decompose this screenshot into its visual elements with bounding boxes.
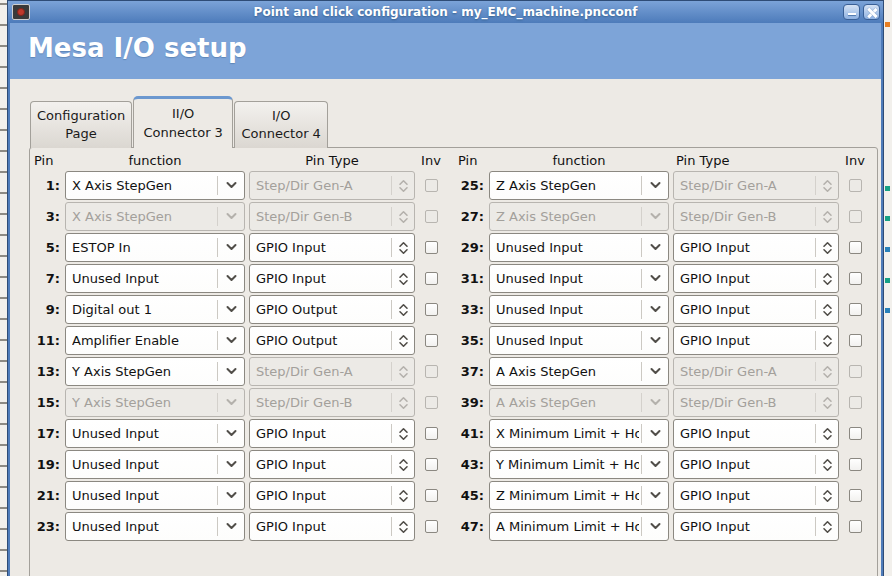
tab-io-connector-4[interactable]: I/O Connector 4 [234,101,328,148]
function-select[interactable]: Unused Input [489,264,669,293]
function-select[interactable]: ESTOP In [65,233,245,262]
pin-type-select[interactable]: GPIO Input [673,481,839,510]
pin-number-label: 39: [456,395,485,410]
pin-row: 9:Digital out 1GPIO Output [32,295,443,324]
pin-row: 37:A Axis StepGenStep/Dir Gen-A [456,357,867,386]
pin-type-select[interactable]: GPIO Input [673,326,839,355]
function-select[interactable]: Unused Input [489,326,669,355]
titlebar[interactable]: Point and click configuration - my_EMC_m… [8,1,883,23]
function-select[interactable]: Digital out 1 [65,295,245,324]
function-select[interactable]: Unused Input [65,450,245,479]
pin-type-select[interactable]: GPIO Input [673,450,839,479]
inv-checkbox[interactable] [849,303,862,316]
pin-type-value: GPIO Input [680,271,813,286]
function-select[interactable]: Y Minimum Limit + Hor [489,450,669,479]
spinner-up-down-icon [392,178,414,194]
pin-type-select[interactable]: GPIO Input [673,419,839,448]
pin-number-label: 45: [456,488,485,503]
pin-table-right: Pin function Pin Type Inv 25:Z Axis Step… [456,151,867,543]
inv-checkbox[interactable] [849,489,862,502]
pin-type-value: Step/Dir Gen-A [256,178,389,193]
tab-label-line: Page [37,125,125,143]
inv-checkbox[interactable] [425,241,438,254]
pin-type-select: Step/Dir Gen-A [249,357,415,386]
pin-table-left: Pin function Pin Type Inv 1:X Axis StepG… [32,151,443,543]
pin-type-select[interactable]: GPIO Input [673,233,839,262]
pin-type-select[interactable]: GPIO Output [249,295,415,324]
spinner-up-down-icon [816,333,838,349]
function-value: Unused Input [496,302,639,317]
function-select[interactable]: Z Axis StepGen [489,171,669,200]
pin-number-label: 5: [32,240,61,255]
pin-type-select[interactable]: GPIO Input [249,264,415,293]
pin-type-select[interactable]: GPIO Input [249,512,415,541]
pin-type-select[interactable]: GPIO Input [249,450,415,479]
pin-type-select[interactable]: GPIO Input [673,264,839,293]
tab-io-connector-3[interactable]: II/O Connector 3 [133,96,233,148]
spinner-up-down-icon [392,364,414,380]
function-select: A Axis StepGen [489,388,669,417]
spinner-up-down-icon [816,271,838,287]
pin-type-select[interactable]: GPIO Input [673,295,839,324]
function-select[interactable]: X Axis StepGen [65,171,245,200]
function-select[interactable]: Unused Input [65,264,245,293]
pin-type-column-header: Pin Type [673,153,839,168]
tab-configuration-page[interactable]: Configuration Page [30,101,132,148]
spinner-up-down-icon [816,302,838,318]
pin-type-value: GPIO Input [680,333,813,348]
function-select[interactable]: Y Axis StepGen [65,357,245,386]
spinner-up-down-icon [392,426,414,442]
pin-type-select[interactable]: GPIO Input [673,512,839,541]
spinner-up-down-icon [392,209,414,225]
minimize-icon [848,13,856,15]
function-select[interactable]: A Axis StepGen [489,357,669,386]
spinner-up-down-icon [816,519,838,535]
tab-label-line: II/O [140,105,226,123]
inv-checkbox[interactable] [425,458,438,471]
inv-checkbox[interactable] [849,241,862,254]
function-value: A Axis StepGen [496,395,639,410]
function-select[interactable]: Z Minimum Limit + Hor [489,481,669,510]
function-select[interactable]: Unused Input [65,419,245,448]
function-value: Amplifier Enable [72,333,215,348]
inv-checkbox[interactable] [425,489,438,502]
function-select[interactable]: X Minimum Limit + Hor [489,419,669,448]
inv-checkbox[interactable] [425,427,438,440]
function-select[interactable]: Unused Input [489,233,669,262]
function-select[interactable]: Unused Input [65,481,245,510]
spinner-up-down-icon [816,364,838,380]
function-select[interactable]: A Minimum Limit + Hor [489,512,669,541]
pin-row: 27:Z Axis StepGenStep/Dir Gen-B [456,202,867,231]
pin-type-value: GPIO Input [256,240,389,255]
function-select[interactable]: Unused Input [489,295,669,324]
pin-row: 21:Unused InputGPIO Input [32,481,443,510]
spinner-up-down-icon [392,488,414,504]
chevron-down-icon [642,274,668,283]
inv-checkbox[interactable] [849,458,862,471]
close-button[interactable] [863,4,880,20]
inv-checkbox[interactable] [849,272,862,285]
chevron-down-icon [218,243,244,252]
function-select[interactable]: Amplifier Enable [65,326,245,355]
minimize-button[interactable] [843,4,860,20]
function-value: Y Minimum Limit + Hor [496,457,639,472]
inv-checkbox [849,210,862,223]
inv-checkbox[interactable] [425,303,438,316]
inv-checkbox[interactable] [425,520,438,533]
function-select[interactable]: Unused Input [65,512,245,541]
inv-checkbox[interactable] [425,272,438,285]
inv-checkbox [849,365,862,378]
inv-checkbox[interactable] [849,334,862,347]
inv-checkbox[interactable] [849,520,862,533]
pin-type-select[interactable]: GPIO Input [249,419,415,448]
pin-type-select: Step/Dir Gen-B [249,388,415,417]
pin-type-value: Step/Dir Gen-B [680,395,813,410]
chevron-down-icon [642,367,668,376]
pin-type-select[interactable]: GPIO Output [249,326,415,355]
function-value: ESTOP In [72,240,215,255]
inv-checkbox[interactable] [849,427,862,440]
inv-checkbox[interactable] [425,334,438,347]
pin-type-select[interactable]: GPIO Input [249,481,415,510]
pin-row: 11:Amplifier EnableGPIO Output [32,326,443,355]
pin-type-select[interactable]: GPIO Input [249,233,415,262]
